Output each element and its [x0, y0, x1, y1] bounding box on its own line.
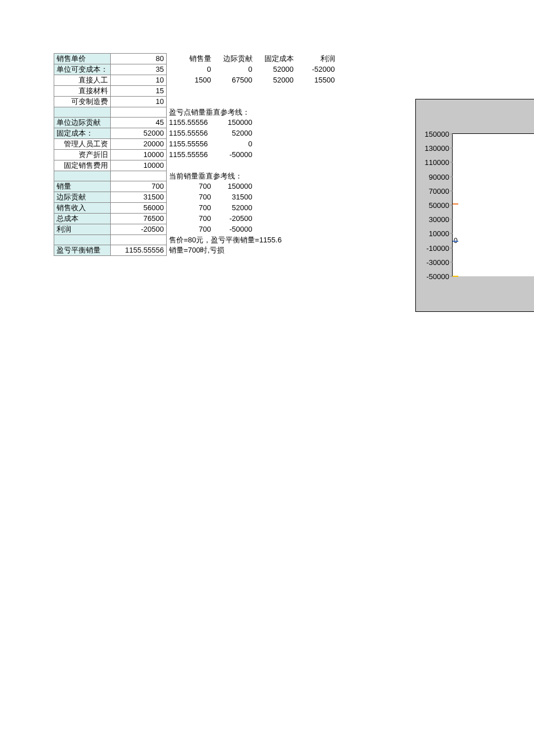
y-tick-label: 130000 — [425, 144, 449, 153]
cell-value[interactable]: 10000 — [111, 150, 167, 160]
cell-value[interactable]: 1155.55556 — [167, 150, 214, 160]
cell-value[interactable]: 10 — [111, 75, 167, 86]
y-tick-label: 90000 — [429, 172, 449, 181]
cell-label[interactable]: 销售单价 — [54, 54, 111, 64]
cell-value[interactable]: 1155.55556 — [167, 118, 214, 128]
cell-label[interactable]: 总成本 — [54, 214, 111, 224]
cell-value[interactable]: 56000 — [111, 203, 167, 214]
y-tick-label: 150000 — [425, 130, 449, 138]
col-header[interactable]: 边际贡献 — [214, 54, 255, 64]
spreadsheet-grid[interactable]: 销售单价 80 销售量 边际贡献 固定成本 利润 单位可变成本： 35 0 0 … — [54, 53, 337, 256]
y-tick-label: 50000 — [429, 201, 449, 210]
cell-value[interactable]: 1500 — [167, 75, 214, 86]
cell-value[interactable]: 52000 — [255, 64, 296, 75]
cell-value[interactable]: 1155.55556 — [167, 139, 214, 150]
col-header[interactable]: 利润 — [296, 54, 337, 64]
cell-value[interactable]: 10000 — [111, 160, 167, 171]
y-tick-label: -10000 — [427, 244, 449, 252]
cell-value[interactable]: -20500 — [111, 224, 167, 235]
cell-value[interactable]: 52000 — [214, 203, 255, 214]
cell-label[interactable]: 管理人员工资 — [54, 139, 111, 150]
cell-value[interactable]: 67500 — [214, 75, 255, 86]
plot-area: 150000 130000 110000 90000 70000 50000 3… — [452, 133, 534, 276]
cell-label[interactable]: 盈亏平衡销量 — [54, 245, 111, 256]
cell-label[interactable]: 直接人工 — [54, 75, 111, 86]
cell-value[interactable]: 31500 — [214, 192, 255, 203]
cell-value[interactable]: 35 — [111, 64, 167, 75]
series-fixed-cost — [453, 203, 458, 205]
cell-label[interactable]: 销售收入 — [54, 203, 111, 214]
cell-value[interactable]: 700 — [167, 224, 214, 235]
cell-value[interactable]: 52000 — [214, 128, 255, 139]
cell-label[interactable]: 单位可变成本： — [54, 64, 111, 75]
cell-value[interactable]: 150000 — [214, 181, 255, 192]
cell-value[interactable]: 45 — [111, 118, 167, 128]
col-header[interactable]: 固定成本 — [255, 54, 296, 64]
cell-value[interactable]: 1155.55556 — [111, 245, 167, 256]
cell-value[interactable]: 700 — [111, 181, 167, 192]
cell-label[interactable]: 边际贡献 — [54, 192, 111, 203]
cell-label[interactable]: 直接材料 — [54, 86, 111, 97]
cell-value[interactable]: 700 — [167, 214, 214, 224]
cell-label[interactable]: 可变制造费 — [54, 97, 111, 107]
cell-label[interactable]: 销量 — [54, 181, 111, 192]
formula-text[interactable]: 销量=700时,亏损 — [167, 245, 337, 256]
cell-value[interactable]: 76500 — [111, 214, 167, 224]
cell-value[interactable]: -50000 — [214, 224, 255, 235]
cell-label[interactable]: 单位边际贡献 — [54, 118, 111, 128]
cell-value[interactable]: 700 — [167, 192, 214, 203]
cell-value[interactable]: 20000 — [111, 139, 167, 150]
cell-value[interactable]: 0 — [167, 64, 214, 75]
cell-value[interactable]: 52000 — [111, 128, 167, 139]
y-tick-label: 30000 — [429, 215, 449, 224]
cell-label[interactable]: 固定成本： — [54, 128, 111, 139]
cell-value[interactable]: -50000 — [214, 150, 255, 160]
cell-value[interactable]: 15500 — [296, 75, 337, 86]
cell-value[interactable]: 0 — [214, 139, 255, 150]
cell-value[interactable]: 0 — [214, 64, 255, 75]
y-tick-label: 10000 — [429, 229, 449, 238]
cell-label[interactable]: 资产折旧 — [54, 150, 111, 160]
cell-value[interactable]: 700 — [167, 203, 214, 214]
cell-value[interactable]: -20500 — [214, 214, 255, 224]
cell-value[interactable]: 52000 — [255, 75, 296, 86]
cell-label[interactable]: 利润 — [54, 224, 111, 235]
section-header[interactable]: 当前销量垂直参考线： — [167, 171, 337, 181]
y-tick-label: -30000 — [427, 258, 449, 266]
cell-value[interactable]: 15 — [111, 86, 167, 97]
cell-value[interactable]: 150000 — [214, 118, 255, 128]
cell-value[interactable]: 700 — [167, 181, 214, 192]
cell-value[interactable]: 80 — [111, 54, 167, 64]
cell-value[interactable]: 1155.55556 — [167, 128, 214, 139]
series-profit — [453, 276, 458, 277]
section-header[interactable]: 盈亏点销量垂直参考线： — [167, 107, 337, 118]
cell-value[interactable]: 31500 — [111, 192, 167, 203]
col-header[interactable]: 销售量 — [167, 54, 214, 64]
y-tick-label: -50000 — [427, 272, 449, 281]
cell-value[interactable]: -52000 — [296, 64, 337, 75]
series-contribution — [453, 241, 458, 242]
cell-label[interactable]: 固定销售费用 — [54, 160, 111, 171]
breakeven-chart[interactable]: ▲ ▼ 150000 130000 110000 90000 70000 500… — [415, 99, 534, 312]
cell-value[interactable]: 10 — [111, 97, 167, 107]
formula-text[interactable]: 售价=80元，盈亏平衡销量=1155.6 — [167, 235, 337, 245]
y-tick-label: 70000 — [429, 186, 449, 195]
y-tick-label: 110000 — [425, 158, 449, 167]
